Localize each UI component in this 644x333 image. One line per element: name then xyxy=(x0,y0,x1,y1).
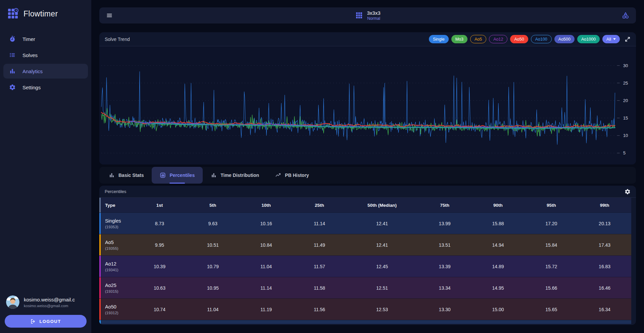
column-header-50th-median-: 50th (Median) xyxy=(346,203,418,208)
logout-button[interactable]: LOGOUT xyxy=(5,315,87,328)
tab-time-distribution[interactable]: Time Distribution xyxy=(203,167,267,184)
legend-chip-label: Ao5 xyxy=(475,37,482,42)
value-cell: 17.43 xyxy=(578,242,631,248)
legend-chip-ao1000[interactable]: Ao1000 xyxy=(577,35,600,43)
value-cell: 14.89 xyxy=(472,264,525,269)
tab-basic-stats[interactable]: Basic Stats xyxy=(101,167,152,184)
column-header-90th: 90th xyxy=(472,203,525,208)
sidebar-item-timer[interactable]: Timer xyxy=(3,32,88,46)
value-cell: 12.41 xyxy=(346,242,418,248)
logout-icon xyxy=(30,319,36,324)
type-count: (19315) xyxy=(105,289,133,293)
trend-chart[interactable]: 51015202530 xyxy=(99,46,636,164)
fullscreen-icon[interactable] xyxy=(625,36,631,42)
legend-chip-label: All xyxy=(606,37,611,42)
column-header-95th: 95th xyxy=(525,203,578,208)
value-cell: 10.74 xyxy=(133,307,186,312)
value-cell: 20.13 xyxy=(578,221,631,226)
legend-chip-label: Ao500 xyxy=(558,37,571,42)
avatar[interactable] xyxy=(6,295,19,309)
value-cell: 11.57 xyxy=(293,264,346,269)
value-cell: 15.66 xyxy=(525,285,578,291)
table-header-row: Type1st5th10th25th50th (Median)75th90th9… xyxy=(99,198,631,212)
value-cell: 11.58 xyxy=(293,285,346,291)
legend-chip-label: Ao12 xyxy=(493,37,503,42)
value-cell: 11.56 xyxy=(293,307,346,312)
analytics-tabs: Basic StatsPercentilesTime DistributionP… xyxy=(99,167,636,184)
sidebar-item-settings[interactable]: Settings xyxy=(3,80,88,95)
value-cell: 8.73 xyxy=(133,221,186,226)
flowtimer-logo-icon xyxy=(7,8,19,19)
sidebar-item-solves[interactable]: Solves xyxy=(3,48,88,62)
tab-label: Percentiles xyxy=(169,173,195,178)
value-cell: 10.63 xyxy=(133,285,186,291)
sidebar-item-label: Settings xyxy=(22,85,41,90)
user-texts: kosimo.weiss@gmail.c kosimo.weiss@gmail.… xyxy=(24,297,75,308)
sidebar-item-analytics[interactable]: Analytics xyxy=(3,64,88,79)
column-header-5th: 5th xyxy=(186,203,240,208)
legend-chip-label: Ao100 xyxy=(535,37,547,42)
value-cell: 13.39 xyxy=(418,264,472,269)
legend-chip-single[interactable]: Single xyxy=(429,35,449,43)
svg-text:25: 25 xyxy=(623,81,628,86)
gear-icon[interactable] xyxy=(625,189,631,195)
type-name: Ao5 xyxy=(105,240,133,245)
value-cell: 11.19 xyxy=(240,307,293,312)
table-row-ao5: Ao5(19355)9.9510.5110.8411.4912.4113.511… xyxy=(99,234,631,255)
legend-chip-ao100[interactable]: Ao100 xyxy=(531,35,552,43)
value-cell: 14.94 xyxy=(472,242,525,248)
value-cell: 10.95 xyxy=(186,285,240,291)
value-cell: 9.95 xyxy=(133,242,186,248)
value-cell: 15.72 xyxy=(525,264,578,269)
sidebar-nav: TimerSolvesAnalyticsSettings xyxy=(0,32,91,95)
value-cell: 13.34 xyxy=(418,285,472,291)
value-cell: 11.04 xyxy=(186,307,240,312)
svg-text:20: 20 xyxy=(623,98,628,103)
row-accent-bar xyxy=(99,320,101,324)
solve-trend-title: Solve Trend xyxy=(105,37,130,42)
legend-chip-ao12[interactable]: Ao12 xyxy=(489,35,507,43)
value-cell: 11.14 xyxy=(293,221,346,226)
percentiles-table: Type1st5th10th25th50th (Median)75th90th9… xyxy=(99,198,636,325)
type-count: (19355) xyxy=(105,246,133,250)
value-cell: 16.34 xyxy=(578,307,631,312)
type-count: (19353) xyxy=(105,225,133,229)
value-cell: 11.04 xyxy=(240,264,293,269)
event-selector[interactable]: 3x3x3 Normal xyxy=(355,10,380,21)
tab-percentiles[interactable]: Percentiles xyxy=(152,167,203,184)
bars-icon xyxy=(109,172,115,178)
value-cell: 16.46 xyxy=(578,285,631,291)
tab-pb-history[interactable]: PB History xyxy=(267,167,317,184)
legend-chip-all[interactable]: All xyxy=(602,35,620,43)
legend-chip-label: Mo3 xyxy=(455,37,463,42)
value-cell: 13.99 xyxy=(418,221,472,226)
timer-icon xyxy=(9,36,16,42)
value-cell: 15.84 xyxy=(525,242,578,248)
percentiles-header: Percentiles xyxy=(99,186,636,198)
column-header-type: Type xyxy=(99,203,133,208)
shapes-icon[interactable] xyxy=(622,12,629,19)
legend-chip-ao5[interactable]: Ao5 xyxy=(470,35,486,43)
list-icon xyxy=(9,52,16,58)
legend-chip-ao50[interactable]: Ao50 xyxy=(510,35,528,43)
menu-icon[interactable] xyxy=(106,12,113,19)
value-cell: 16.83 xyxy=(578,264,631,269)
legend-chip-label: Single xyxy=(433,37,445,42)
value-cell: 12.45 xyxy=(346,264,418,269)
row-accent-bar xyxy=(99,299,101,320)
legend-chip-mo3[interactable]: Mo3 xyxy=(451,35,467,43)
value-cell: 10.84 xyxy=(240,242,293,248)
gear-icon xyxy=(9,84,16,91)
legend-chip-ao500[interactable]: Ao500 xyxy=(554,35,575,43)
table-row-ao50: Ao50(19312)10.7411.0411.1911.5612.5313.3… xyxy=(99,298,631,320)
column-header-25th: 25th xyxy=(293,203,346,208)
value-cell: 10.39 xyxy=(133,264,186,269)
bars-icon xyxy=(211,172,217,178)
header-accent-bar xyxy=(99,198,101,212)
svg-text:5: 5 xyxy=(623,150,626,155)
user-email: kosimo.weiss@gmail.com xyxy=(24,304,75,308)
trend-chart-svg: 51015202530 xyxy=(99,46,636,164)
legend-chip-label: Ao1000 xyxy=(581,37,596,42)
type-name: Ao12 xyxy=(105,261,133,267)
value-cell: 13.51 xyxy=(418,242,472,248)
